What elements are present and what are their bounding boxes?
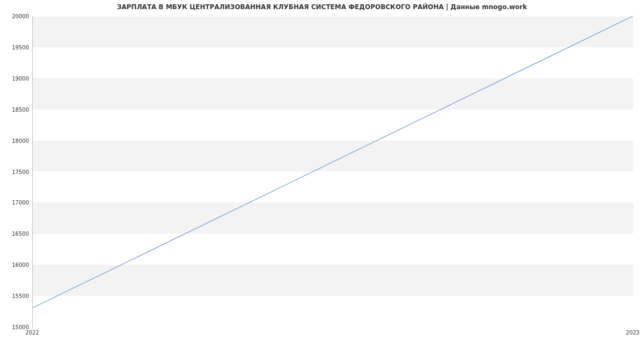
y-tick-label: 15500 xyxy=(2,293,29,299)
chart-container: ЗАРПЛАТА В МБУК ЦЕНТРАЛИЗОВАННАЯ КЛУБНАЯ… xyxy=(0,0,644,349)
x-tick-label: 2023 xyxy=(626,330,639,336)
line-series xyxy=(33,16,633,327)
series-line xyxy=(33,16,633,308)
chart-title: ЗАРПЛАТА В МБУК ЦЕНТРАЛИЗОВАННАЯ КЛУБНАЯ… xyxy=(0,3,644,11)
plot-area xyxy=(32,16,633,328)
y-tick-label: 19000 xyxy=(2,75,29,81)
y-tick-label: 18500 xyxy=(2,106,29,112)
y-tick-label: 16500 xyxy=(2,231,29,237)
x-tick-label: 2022 xyxy=(25,330,39,336)
y-tick-label: 16000 xyxy=(2,262,29,268)
y-tick-label: 15000 xyxy=(2,324,29,330)
y-tick-label: 18000 xyxy=(2,137,29,143)
y-tick-label: 17500 xyxy=(2,169,29,174)
y-tick-label: 20000 xyxy=(2,13,29,19)
gridline xyxy=(33,327,633,328)
y-tick-label: 19500 xyxy=(2,44,29,50)
y-tick-label: 17000 xyxy=(2,200,29,206)
